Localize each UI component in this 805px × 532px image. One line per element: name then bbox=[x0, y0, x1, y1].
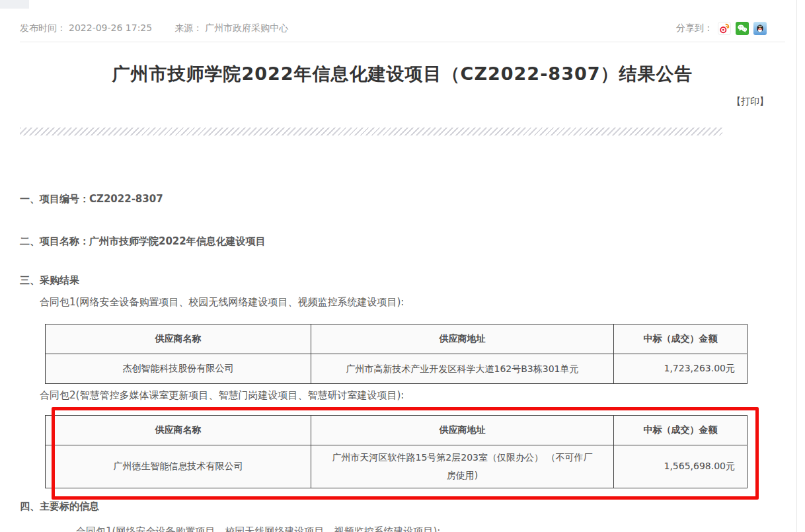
header-divider bbox=[20, 42, 785, 42]
page-title: 广州市技师学院2022年信息化建设项目（CZ2022-8307）结果公告 bbox=[0, 62, 805, 86]
col-award-amount: 中标（成交）金额 bbox=[614, 324, 748, 354]
section-project-number: 一、项目编号：CZ2022-8307 bbox=[20, 193, 163, 206]
award-amount-cell: 1,723,263.00元 bbox=[614, 354, 748, 384]
meta-bar: 发布时间：2022-09-26 17:25来源：广州市政府采购中心 分享到： bbox=[20, 22, 767, 35]
publish-time-label: 发布时间： bbox=[20, 22, 66, 33]
supplier-name-cell: 杰创智能科技股份有限公司 bbox=[46, 354, 311, 384]
table-header-row: 供应商名称 供应商地址 中标（成交）金额 bbox=[46, 416, 748, 445]
print-button[interactable]: 【打印】 bbox=[732, 96, 769, 108]
wechat-share-icon[interactable] bbox=[736, 22, 749, 35]
share-bar: 分享到： bbox=[676, 22, 767, 35]
right-edge-line bbox=[796, 0, 797, 532]
col-supplier-name: 供应商名称 bbox=[46, 416, 311, 445]
col-supplier-address: 供应商地址 bbox=[311, 416, 614, 445]
hatched-divider bbox=[20, 128, 722, 135]
col-supplier-address: 供应商地址 bbox=[311, 324, 614, 354]
supplier-name-cell: 广州德生智能信息技术有限公司 bbox=[46, 445, 311, 488]
qq-share-icon[interactable] bbox=[753, 22, 767, 35]
table-row: 杰创智能科技股份有限公司 广州市高新技术产业开发区科学大道162号B3栋301单… bbox=[46, 354, 748, 384]
award-amount-cell: 1,565,698.00元 bbox=[614, 445, 748, 488]
table-row: 广州德生智能信息技术有限公司 广州市天河区软件路15号第2层203室（仅限办公）… bbox=[46, 445, 748, 488]
supplier-address-cell: 广州市高新技术产业开发区科学大道162号B3栋301单元 bbox=[311, 354, 614, 384]
clipped-footer-line: 合同包1(网络安全设备购置项目、校园无线网络建设项目、视频监控系统建设项目): bbox=[76, 525, 440, 532]
weibo-share-icon[interactable] bbox=[718, 22, 731, 35]
package1-label: 合同包1(网络安全设备购置项目、校园无线网络建设项目、视频监控系统建设项目): bbox=[40, 296, 404, 309]
page-corner-fragment bbox=[0, 0, 29, 9]
section-main-subject-info: 四、主要标的信息 bbox=[20, 500, 99, 513]
package2-result-table: 供应商名称 供应商地址 中标（成交）金额 广州德生智能信息技术有限公司 广州市天… bbox=[45, 415, 748, 488]
section-procurement-result: 三、采购结果 bbox=[20, 274, 79, 287]
source-label: 来源： bbox=[174, 22, 202, 33]
source-value: 广州市政府采购中心 bbox=[205, 22, 288, 33]
table-header-row: 供应商名称 供应商地址 中标（成交）金额 bbox=[46, 324, 748, 354]
section-project-name: 二、项目名称：广州市技师学院2022年信息化建设项目 bbox=[20, 235, 266, 248]
package1-result-table: 供应商名称 供应商地址 中标（成交）金额 杰创智能科技股份有限公司 广州市高新技… bbox=[45, 324, 748, 384]
col-supplier-name: 供应商名称 bbox=[46, 324, 311, 354]
package2-label: 合同包2(智慧管控多媒体课室更新项目、智慧门岗建设项目、智慧研讨室建设项目): bbox=[40, 389, 404, 402]
supplier-address-cell: 广州市天河区软件路15号第2层203室（仅限办公） （不可作厂房使用) bbox=[311, 445, 614, 488]
publish-info: 发布时间：2022-09-26 17:25来源：广州市政府采购中心 bbox=[20, 22, 291, 34]
share-label: 分享到： bbox=[676, 22, 713, 34]
publish-time-value: 2022-09-26 17:25 bbox=[69, 22, 152, 33]
announcement-page: 发布时间：2022-09-26 17:25来源：广州市政府采购中心 分享到： bbox=[0, 0, 805, 532]
col-award-amount: 中标（成交）金额 bbox=[614, 416, 748, 445]
